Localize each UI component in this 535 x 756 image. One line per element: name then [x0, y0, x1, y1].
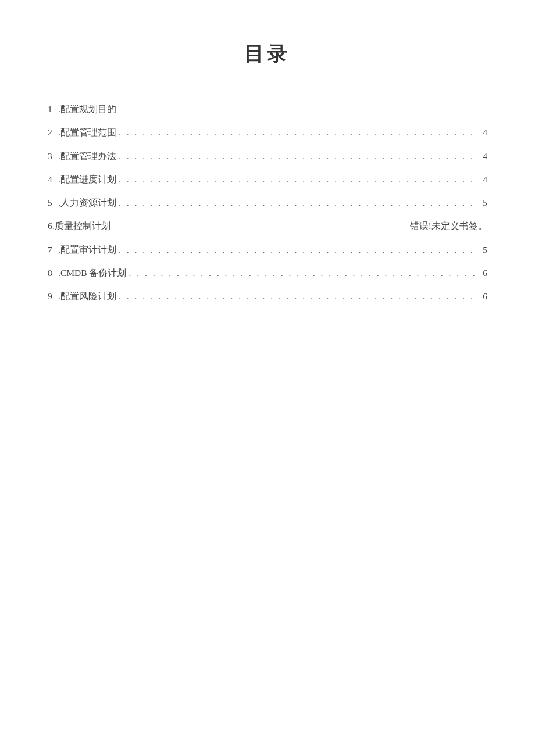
toc-leader-dots: [119, 289, 477, 303]
toc-label: .CMDB 备份计划: [58, 266, 126, 280]
toc-number: 7: [48, 243, 58, 256]
toc-entry: 1 .配置规划目的: [48, 102, 487, 116]
toc-leader-dots: [119, 126, 477, 139]
toc-leader-dots: [119, 173, 477, 186]
toc-page-number: 5: [479, 196, 487, 209]
toc-number: 8: [48, 266, 58, 280]
toc-leader-dots: [129, 266, 477, 280]
toc-label: 质量控制计划: [55, 219, 110, 232]
toc-label: .配置风险计划: [58, 289, 116, 303]
toc-entry: 6. 质量控制计划 错误!未定义书签。: [48, 219, 487, 232]
toc-label: .配置进度计划: [58, 173, 116, 186]
toc-number: 2: [48, 126, 58, 139]
toc-number: 9: [48, 289, 58, 303]
toc-label: .配置管理办法: [58, 149, 116, 163]
toc-label: .配置审计计划: [58, 243, 116, 256]
page-title: 目录: [48, 41, 487, 67]
toc-entry: 7 .配置审计计划 5: [48, 243, 487, 256]
toc-number: 4: [48, 173, 58, 186]
toc-page-number: 5: [479, 243, 487, 256]
toc-label: .人力资源计划: [58, 196, 116, 209]
toc-error-text: 错误!未定义书签。: [410, 219, 487, 232]
toc-entry: 4 .配置进度计划 4: [48, 173, 487, 186]
toc-number: 3: [48, 149, 58, 163]
toc-number: 1: [48, 102, 58, 116]
toc-leader-dots: [119, 149, 477, 163]
toc-number: 6.: [48, 219, 55, 232]
toc-page-number: 6: [479, 266, 487, 280]
toc-entry: 9 .配置风险计划 6: [48, 289, 487, 303]
table-of-contents: 1 .配置规划目的 2 .配置管理范围 4 3 .配置管理办法 4 4 .配置进…: [48, 102, 487, 303]
toc-page-number: 6: [479, 289, 487, 303]
toc-number: 5: [48, 196, 58, 209]
toc-entry: 8 .CMDB 备份计划 6: [48, 266, 487, 280]
toc-entry: 3 .配置管理办法 4: [48, 149, 487, 163]
toc-page-number: 4: [479, 173, 487, 186]
toc-leader-dots: [119, 196, 477, 209]
toc-leader-dots: [119, 243, 477, 256]
toc-label: .配置管理范围: [58, 126, 116, 139]
toc-entry: 2 .配置管理范围 4: [48, 126, 487, 139]
toc-entry: 5 .人力资源计划 5: [48, 196, 487, 209]
toc-page-number: 4: [479, 126, 487, 139]
toc-label: .配置规划目的: [58, 102, 116, 116]
toc-page-number: 4: [479, 149, 487, 163]
